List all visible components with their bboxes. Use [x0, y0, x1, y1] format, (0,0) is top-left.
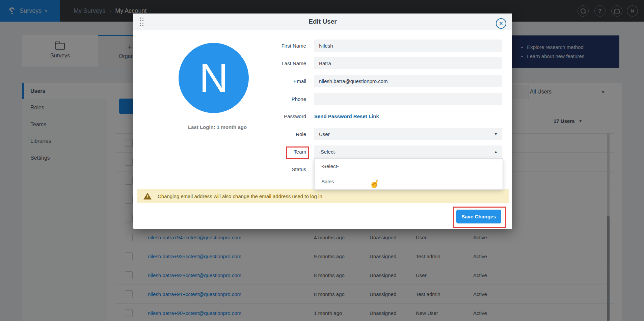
warning-icon: !: [143, 193, 152, 199]
team-select[interactable]: -Select- ▴: [314, 145, 502, 158]
team-label-annotation-box: [286, 146, 309, 159]
first-name-label: First Name: [218, 43, 306, 49]
chevron-up-icon: ▴: [495, 149, 497, 154]
last-login-text: Last Login: 1 month ago: [167, 124, 268, 130]
last-name-label: Last Name: [218, 60, 306, 66]
send-password-reset-link[interactable]: Send Password Reset Link: [314, 113, 379, 119]
status-label: Status: [218, 166, 306, 172]
drag-handle-icon[interactable]: [140, 18, 144, 26]
edit-user-modal: Edit User × N Last Login: 1 month ago Fi…: [133, 14, 512, 229]
team-option-select[interactable]: -Select-: [315, 159, 503, 174]
role-value: User: [319, 131, 330, 137]
footer-divider: [133, 206, 512, 206]
email-change-warning: ! Changing email address will also chang…: [137, 189, 509, 203]
close-icon[interactable]: ×: [496, 18, 506, 29]
role-label: Role: [218, 131, 306, 137]
app-root: ? Surveys ▾ My Surveys › My Account ? N …: [0, 0, 644, 321]
team-option-sales[interactable]: Sales: [315, 174, 503, 189]
save-changes-button[interactable]: Save Changes: [456, 210, 501, 223]
role-select[interactable]: User ▾: [314, 128, 502, 140]
team-dropdown-menu: -Select-Sales: [314, 158, 503, 190]
email-field[interactable]: [314, 75, 502, 87]
phone-field[interactable]: [314, 93, 502, 105]
warning-text: Changing email address will also change …: [158, 193, 324, 199]
user-avatar: N: [179, 43, 249, 113]
password-label: Password: [218, 113, 306, 119]
phone-label: Phone: [218, 96, 306, 102]
last-name-field[interactable]: [314, 57, 502, 69]
team-value: -Select-: [319, 149, 337, 155]
email-label: Email: [218, 78, 306, 84]
chevron-down-icon: ▾: [495, 132, 497, 136]
first-name-field[interactable]: [314, 39, 502, 52]
modal-title: Edit User: [133, 14, 512, 30]
